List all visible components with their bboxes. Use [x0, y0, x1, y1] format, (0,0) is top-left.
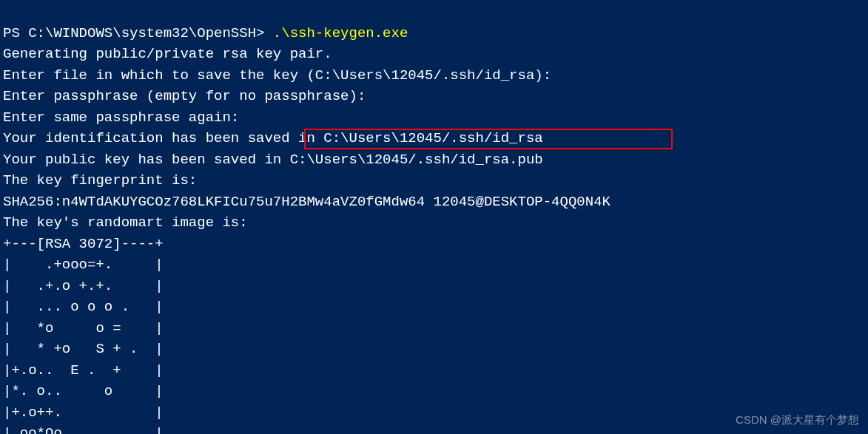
output-line: The key fingerprint is:: [3, 172, 197, 189]
randomart-line: +---[RSA 3072]----+: [3, 236, 164, 252]
output-line-pubkey: Your public key has been saved in C:\Use…: [3, 152, 543, 168]
output-line-fingerprint: SHA256:n4WTdAKUYGCOz768LKFICu75u7H2BMw4a…: [3, 194, 610, 210]
randomart-line: |+.o++. |: [3, 404, 164, 421]
output-line: Enter passphrase (empty for no passphras…: [3, 88, 366, 104]
randomart-line: | .+.o +.+. |: [3, 278, 164, 294]
output-line: Enter file in which to save the key (C:\…: [3, 67, 551, 84]
output-line: Generating public/private rsa key pair.: [3, 46, 332, 62]
randomart-line: |+.o.. E . + |: [3, 362, 164, 379]
randomart-line: |*. o.. o |: [3, 383, 164, 399]
watermark-text: CSDN @派大星有个梦想: [736, 412, 859, 429]
randomart-line: | ... o o o . |: [3, 299, 164, 315]
output-line: Enter same passphrase again:: [3, 109, 239, 126]
randomart-line: | *o o = |: [3, 320, 164, 336]
prompt-text: PS C:\WINDOWS\system32\OpenSSH>: [3, 25, 273, 41]
command-text: .\ssh-keygen.exe: [273, 25, 408, 41]
randomart-line: |.oo*Oo |: [3, 425, 164, 434]
randomart-line: | * +o S + . |: [3, 341, 164, 357]
terminal-output[interactable]: PS C:\WINDOWS\system32\OpenSSH> .\ssh-ke…: [3, 1, 865, 434]
output-line: The key's randomart image is:: [3, 214, 248, 231]
output-line: Your identification has been saved in C:…: [3, 130, 543, 146]
randomart-line: | .+ooo=+. |: [3, 257, 164, 273]
